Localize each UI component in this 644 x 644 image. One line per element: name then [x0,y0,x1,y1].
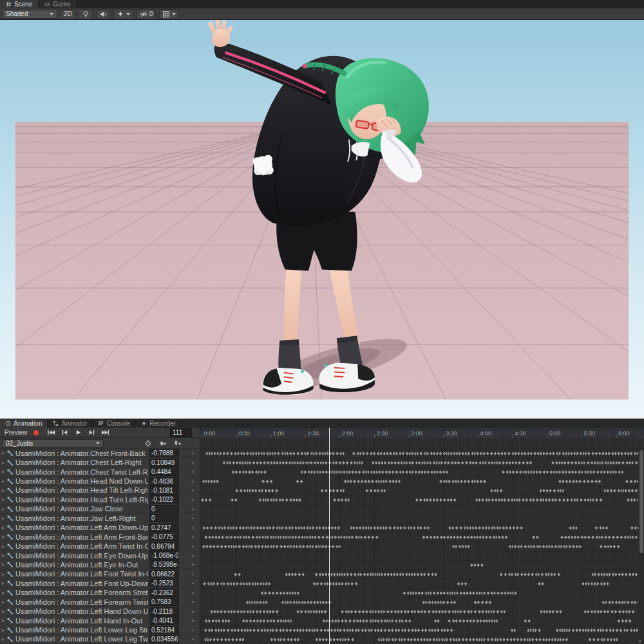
tab-scene[interactable]: Scene [0,0,39,8]
tab-animation[interactable]: Animation [0,419,48,428]
scene-visibility-button[interactable]: 0 [137,9,156,19]
tab-game[interactable]: Game [39,0,77,8]
property-options-icon[interactable]: ▪ [192,599,194,605]
foldout-arrow-icon[interactable]: ▸ [0,580,6,586]
property-value-field[interactable]: -0.4636 [149,477,179,486]
keyframe-track[interactable] [202,526,639,531]
go-to-start-button[interactable] [45,428,57,437]
animation-property-row[interactable]: ▸ UsamiMidori : Animator.Left Lower Leg … [0,625,200,634]
foldout-arrow-icon[interactable]: ▸ [0,478,6,484]
foldout-arrow-icon[interactable]: ▸ [0,636,6,642]
foldout-arrow-icon[interactable]: ▸ [0,544,6,549]
property-value-field[interactable]: 0.10849 [149,459,179,467]
property-options-icon[interactable]: ▪ [192,478,194,484]
property-options-icon[interactable]: ▪ [192,497,194,502]
clip-dropdown[interactable]: 02_Justis [2,439,104,448]
property-value-field[interactable]: -1.068e-05 [149,551,179,560]
property-options-icon[interactable]: ▪ [192,525,194,531]
foldout-arrow-icon[interactable]: ▸ [0,450,6,456]
property-value-field[interactable]: -0.1022 [149,495,179,504]
animation-property-row[interactable]: ▸ UsamiMidori : Animator.Left Lower Leg … [0,635,200,644]
property-options-icon[interactable]: ▪ [192,469,194,475]
property-value-field[interactable]: -0.7888 [149,449,179,457]
foldout-arrow-icon[interactable]: ▸ [0,609,6,614]
foldout-arrow-icon[interactable]: ▸ [0,599,6,605]
animation-property-row[interactable]: ▸ UsamiMidori : Animator.Left Foot Up-Do… [0,579,200,588]
property-value-field[interactable]: 0.52184 [149,626,179,634]
animation-property-row[interactable]: ▸ UsamiMidori : Animator.Left Arm Down-U… [0,524,200,533]
preview-button[interactable]: Preview [3,429,30,436]
animation-property-row[interactable]: ▸ UsamiMidori : Animator.Left Eye Down-U… [0,551,200,560]
animation-property-row[interactable]: ▸ UsamiMidori : Animator.Left Arm Twist … [0,542,200,551]
property-options-icon[interactable]: ▪ [192,571,194,577]
foldout-arrow-icon[interactable]: ▸ [0,618,6,623]
foldout-arrow-icon[interactable]: ▸ [0,497,6,502]
foldout-arrow-icon[interactable]: ▸ [0,590,6,596]
add-event-button[interactable] [173,439,183,448]
property-options-icon[interactable]: ▪ [192,590,194,596]
play-button[interactable] [72,428,84,437]
foldout-arrow-icon[interactable]: ▸ [0,488,6,493]
dopesheet[interactable] [200,438,644,644]
property-value-field[interactable]: 0.034556 [149,635,179,643]
property-value-field[interactable]: 0 [149,505,179,513]
next-frame-button[interactable] [86,428,98,437]
animation-property-row[interactable]: ▸ UsamiMidori : Animator.Left Eye In-Out… [0,560,200,569]
animation-property-row[interactable]: ▸ UsamiMidori : Animator.Head Tilt Left-… [0,486,200,495]
property-value-field[interactable]: -0.2523 [149,579,179,587]
animation-property-row[interactable]: ▸ UsamiMidori : Animator.Chest Twist Lef… [0,468,200,477]
foldout-arrow-icon[interactable]: ▸ [0,469,6,475]
property-options-icon[interactable]: ▪ [192,534,194,540]
scene-lighting-button[interactable] [79,9,93,19]
property-value-field[interactable]: -0.0775 [149,533,179,541]
property-value-field[interactable]: -0.4041 [149,616,179,625]
scene-3d-viewport[interactable] [0,20,644,419]
animation-property-row[interactable]: ▸ UsamiMidori : Animator.Chest Front-Bac… [0,449,200,458]
property-value-field[interactable]: -0.1081 [149,486,179,495]
keyed-indicator-icon[interactable] [143,439,153,448]
property-options-icon[interactable]: ▪ [192,580,194,586]
current-frame-field[interactable]: 111 [170,428,192,437]
animation-property-row[interactable]: ▸ UsamiMidori : Animator.Left Foot Twist… [0,570,200,579]
scene-gizmos-button[interactable] [159,9,179,19]
property-value-field[interactable]: 0.7583 [149,598,179,606]
property-options-icon[interactable]: ▪ [192,544,194,549]
property-options-icon[interactable]: ▪ [192,553,194,558]
property-options-icon[interactable]: ▪ [192,618,194,623]
timeline-ruler[interactable]: 0:000:301:001:302:002:303:003:304:004:30… [200,428,644,438]
foldout-arrow-icon[interactable]: ▸ [0,553,6,558]
shading-mode-dropdown[interactable]: Shaded [2,10,57,19]
foldout-arrow-icon[interactable]: ▸ [0,627,6,633]
property-value-field[interactable]: 0 [149,514,179,522]
animation-property-row[interactable]: ▸ UsamiMidori : Animator.Head Turn Left-… [0,495,200,504]
playhead[interactable] [329,428,330,644]
property-value-field[interactable]: -0.2118 [149,607,179,616]
property-options-icon[interactable]: ▪ [192,515,194,521]
vertical-scrollbar[interactable]: ▾ [638,449,644,644]
animation-property-row[interactable]: ▸ UsamiMidori : Animator.Chest Left-Righ… [0,458,200,467]
property-options-icon[interactable]: ▪ [192,450,194,456]
foldout-arrow-icon[interactable]: ▸ [0,506,6,512]
pane-splitter[interactable] [200,428,200,644]
property-options-icon[interactable]: ▪ [192,627,194,633]
property-options-icon[interactable]: ▪ [192,506,194,512]
property-options-icon[interactable]: ▪ [192,460,194,466]
property-options-icon[interactable]: ▪ [192,488,194,493]
property-value-field[interactable]: -8.5398e-06 [149,560,179,569]
property-value-field[interactable]: 0.06622 [149,570,179,578]
animation-property-row[interactable]: ▸ UsamiMidori : Animator.Jaw Close 0 ▪ [0,505,200,514]
property-options-icon[interactable]: ▪ [192,609,194,614]
foldout-arrow-icon[interactable]: ▸ [0,562,6,567]
tab-recorder[interactable]: Recorder [136,419,182,428]
animation-property-row[interactable]: ▸ UsamiMidori : Animator.Left Hand In-Ou… [0,616,200,625]
animation-property-row[interactable]: ▸ UsamiMidori : Animator.Left Forearm St… [0,589,200,598]
toggle-2d-button[interactable]: 2D [61,9,75,19]
add-keyframe-button[interactable] [158,439,168,448]
scene-audio-button[interactable] [96,9,110,19]
record-button[interactable] [32,429,40,437]
previous-frame-button[interactable] [59,428,71,437]
property-value-field[interactable]: 0.4484 [149,468,179,476]
property-value-field[interactable]: 0.66794 [149,542,179,551]
animation-property-row[interactable]: ▸ UsamiMidori : Animator.Left Hand Down-… [0,607,200,616]
foldout-arrow-icon[interactable]: ▸ [0,534,6,540]
